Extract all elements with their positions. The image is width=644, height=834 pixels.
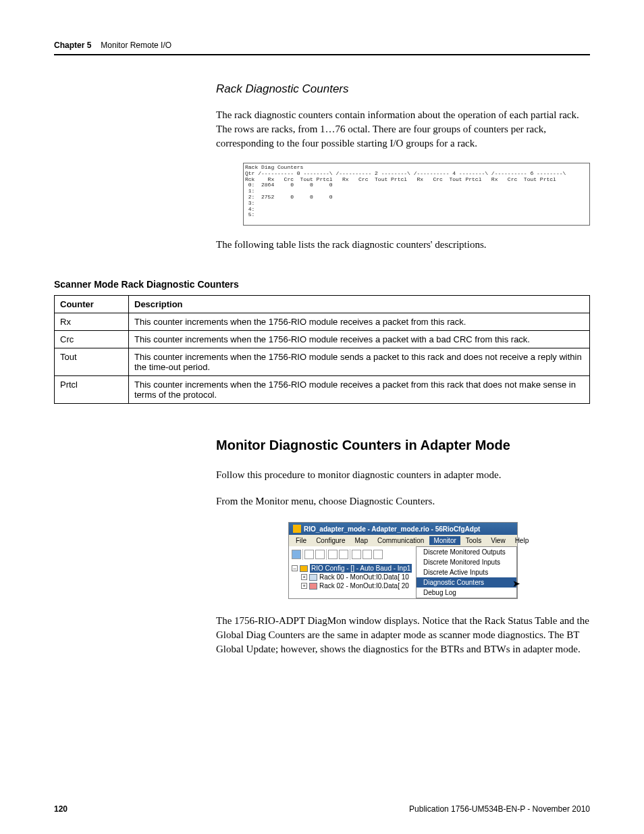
app-window-screenshot: RIO_adapter_mode - Adapter_mode.rio - 56… — [288, 522, 518, 599]
subsection-heading: Rack Diagnostic Counters — [216, 82, 590, 96]
cursor-icon: ➤ — [512, 578, 520, 589]
counter-cell: Rx — [55, 313, 129, 331]
tree-root-node[interactable]: – RIO Config - [] - Auto Baud - Inp1 — [292, 564, 413, 573]
menu-view[interactable]: View — [487, 536, 510, 545]
monitor-dropdown-menu: Discrete Monitored Outputs Discrete Moni… — [416, 546, 517, 598]
menu-configure[interactable]: Configure — [312, 536, 349, 545]
tree-root-label: RIO Config - [] - Auto Baud - Inp1 — [310, 564, 412, 573]
chapter-title: Monitor Remote I/O — [101, 41, 171, 50]
app-title: RIO_adapter_mode - Adapter_mode.rio - 56… — [304, 525, 480, 533]
toolbar-icon[interactable] — [339, 550, 348, 559]
toolbar-separator — [302, 549, 303, 560]
table-row: Tout This counter increments when the 17… — [55, 348, 590, 376]
toolbar-icon[interactable] — [363, 550, 372, 559]
page-footer: 120 Publication 1756-UM534B-EN-P - Novem… — [54, 804, 590, 814]
tree-node-icon — [300, 565, 308, 572]
tree-child-label: Rack 02 - MonOut:I0.Data[ 20 — [319, 581, 409, 590]
toolbar-separator — [350, 549, 350, 560]
menu-communication[interactable]: Communication — [373, 536, 428, 545]
menu-map[interactable]: Map — [350, 536, 371, 545]
tree-child-node[interactable]: + Rack 00 - MonOut:I0.Data[ 10 — [292, 573, 413, 581]
dropdown-item[interactable]: Discrete Active Inputs — [417, 567, 516, 577]
counters-table: Counter Description Rx This counter incr… — [54, 295, 590, 404]
tree-node-icon — [309, 574, 317, 581]
toolbar-icon[interactable] — [373, 550, 383, 559]
table-row: Rx This counter increments when the 1756… — [55, 313, 590, 331]
table-row: Prtcl This counter increments when the 1… — [55, 376, 590, 404]
rack-diag-counters-screenshot: Rack Diag Counters Qtr /---------- 0 ---… — [243, 163, 590, 226]
app-menubar: File Configure Map Communication Monitor… — [289, 535, 517, 546]
app-toolbar — [289, 548, 416, 563]
description-cell: This counter increments when the 1756-RI… — [129, 313, 590, 331]
menu-help[interactable]: Help — [511, 536, 533, 545]
tree-view: – RIO Config - [] - Auto Baud - Inp1 + R… — [289, 563, 416, 592]
table-header-counter: Counter — [55, 296, 129, 313]
toolbar-icon[interactable] — [352, 550, 361, 559]
page-header: Chapter 5 Monitor Remote I/O — [54, 41, 590, 55]
menu-monitor[interactable]: Monitor — [429, 536, 460, 545]
page-number: 120 — [54, 804, 68, 814]
section-heading: Monitor Diagnostic Counters in Adapter M… — [216, 438, 590, 453]
tree-collapse-icon[interactable]: – — [292, 565, 298, 571]
toolbar-icon[interactable] — [315, 550, 325, 559]
dropdown-item-label: Diagnostic Counters — [423, 579, 484, 586]
counter-cell: Tout — [55, 348, 129, 376]
table-header-row: Counter Description — [55, 296, 590, 313]
publication-info: Publication 1756-UM534B-EN-P - November … — [409, 804, 590, 814]
dropdown-item-highlighted[interactable]: Diagnostic Counters ➤ — [417, 577, 516, 588]
tree-node-icon — [309, 583, 317, 590]
table-header-description: Description — [129, 296, 590, 313]
body-paragraph: The rack diagnostic counters contain inf… — [216, 108, 590, 151]
tree-child-label: Rack 00 - MonOut:I0.Data[ 10 — [319, 573, 409, 581]
toolbar-icon[interactable] — [304, 550, 314, 559]
toolbar-save-icon[interactable] — [292, 550, 301, 559]
counter-cell: Crc — [55, 331, 129, 348]
tree-expand-icon[interactable]: + — [301, 583, 307, 589]
body-paragraph: The following table lists the rack diagn… — [216, 238, 590, 252]
toolbar-separator — [326, 549, 327, 560]
dropdown-item[interactable]: Debug Log — [417, 588, 516, 598]
description-cell: This counter increments when the 1756-RI… — [129, 331, 590, 348]
chapter-label: Chapter 5 — [54, 41, 91, 50]
toolbar-icon[interactable] — [328, 550, 338, 559]
table-title: Scanner Mode Rack Diagnostic Counters — [54, 279, 590, 290]
counter-cell: Prtcl — [55, 376, 129, 404]
menu-tools[interactable]: Tools — [462, 536, 485, 545]
tree-child-node[interactable]: + Rack 02 - MonOut:I0.Data[ 20 — [292, 581, 413, 590]
tree-expand-icon[interactable]: + — [301, 574, 307, 580]
dropdown-item[interactable]: Discrete Monitored Outputs — [417, 547, 516, 557]
table-row: Crc This counter increments when the 175… — [55, 331, 590, 348]
description-cell: This counter increments when the 1756-RI… — [129, 348, 590, 376]
body-paragraph: From the Monitor menu, choose Diagnostic… — [216, 494, 590, 509]
dropdown-item[interactable]: Discrete Monitored Inputs — [417, 557, 516, 567]
menu-file[interactable]: File — [292, 536, 311, 545]
app-icon — [293, 525, 301, 533]
description-cell: This counter increments when the 1756-RI… — [129, 376, 590, 404]
body-paragraph: The 1756-RIO-ADPT DiagMon window display… — [216, 614, 590, 656]
body-paragraph: Follow this procedure to monitor diagnos… — [216, 468, 590, 482]
app-titlebar: RIO_adapter_mode - Adapter_mode.rio - 56… — [289, 523, 517, 535]
